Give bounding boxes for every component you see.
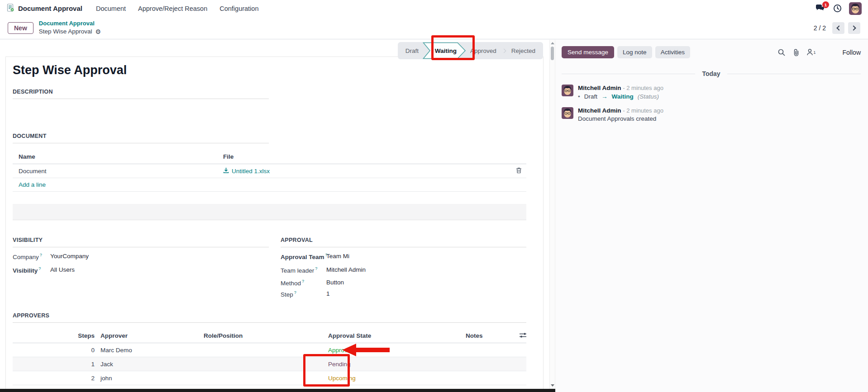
section-document: DOCUMENT <box>13 133 269 143</box>
approval-team-value[interactable]: Team Mi <box>326 253 349 260</box>
approver-cell: Jack <box>100 361 198 368</box>
menu-configuration[interactable]: Configuration <box>219 5 258 12</box>
download-icon[interactable] <box>223 167 229 175</box>
help-icon[interactable]: ? <box>38 266 41 271</box>
column-header-role[interactable]: Role/Position <box>204 332 322 339</box>
breadcrumb-current: Step Wise Approval <box>39 28 92 36</box>
new-button[interactable]: New <box>8 22 33 34</box>
scrollbar-thumb[interactable] <box>551 47 554 60</box>
send-message-button[interactable]: Send message <box>562 46 614 58</box>
app-switcher[interactable]: Document Approval <box>6 4 82 13</box>
user-avatar[interactable] <box>849 2 862 15</box>
message-timestamp: - 2 minutes ago <box>623 107 663 114</box>
approval-state-cell: Upcoming <box>328 375 460 382</box>
add-a-line-link[interactable]: Add a line <box>19 181 46 188</box>
menu-document[interactable]: Document <box>96 5 126 12</box>
company-value-link[interactable]: YourCompany <box>50 253 89 260</box>
chevron-left-icon <box>836 25 841 30</box>
message-author[interactable]: Mitchell Admin <box>578 107 621 114</box>
status-approved[interactable]: Approved <box>463 47 504 54</box>
vertical-scrollbar[interactable] <box>549 40 555 392</box>
status-draft[interactable]: Draft <box>398 47 426 54</box>
method-value[interactable]: Button <box>326 279 344 286</box>
approver-cell: john <box>100 375 198 382</box>
content-area: Draft Waiting Approved Rejected Step Wis… <box>0 40 868 392</box>
section-visibility: VISIBILITY <box>13 237 269 247</box>
optional-columns-icon[interactable] <box>513 333 526 338</box>
control-panel: New Document Approval Step Wise Approval… <box>0 17 868 39</box>
breadcrumb: Document Approval Step Wise Approval ⚙ <box>39 20 101 36</box>
step-label: Step? <box>281 290 326 298</box>
help-icon[interactable]: ? <box>315 266 317 271</box>
menu-approve-reject-reason[interactable]: Approve/Reject Reason <box>138 5 207 12</box>
column-header-approval-state[interactable]: Approval State <box>328 332 460 339</box>
help-icon[interactable]: ? <box>302 279 304 283</box>
document-approval-app-icon <box>6 4 14 13</box>
status-waiting-active[interactable]: Waiting <box>423 42 466 59</box>
visibility-value[interactable]: All Users <box>50 266 75 273</box>
attachments-paperclip-icon[interactable] <box>793 49 799 56</box>
section-approvers: APPROVERS <box>13 312 526 323</box>
chevron-right-icon <box>851 25 856 30</box>
help-icon[interactable]: ? <box>40 253 42 257</box>
bottom-dark-bar <box>0 389 555 392</box>
chatter-message: Mitchell Admin - 2 minutes ago • Draft →… <box>562 85 861 100</box>
column-header-approver[interactable]: Approver <box>100 332 198 339</box>
approver-cell: Marc Demo <box>100 347 198 354</box>
approval-state-cell: Pending <box>328 361 460 368</box>
approver-row[interactable]: 2 john Upcoming <box>13 371 526 385</box>
activities-clock-icon[interactable] <box>833 4 842 13</box>
tracking-from: Draft <box>584 93 597 100</box>
method-label: Method? <box>281 279 326 287</box>
pager-next-button[interactable] <box>848 22 860 34</box>
column-header-file[interactable]: File <box>223 153 504 160</box>
column-header-notes[interactable]: Notes <box>466 332 513 339</box>
app-name: Document Approval <box>18 5 82 12</box>
messages-icon[interactable]: 1 <box>815 4 826 13</box>
chatter-message: Mitchell Admin - 2 minutes ago Document … <box>562 107 861 122</box>
document-name-cell[interactable]: Document <box>13 168 223 175</box>
breadcrumb-parent-link[interactable]: Document Approval <box>39 20 101 28</box>
message-timestamp: - 2 minutes ago <box>623 85 663 91</box>
help-icon[interactable]: ? <box>294 290 296 295</box>
action-gear-icon[interactable]: ⚙ <box>95 28 101 36</box>
approvers-table: Steps Approver Role/Position Approval St… <box>13 328 526 385</box>
document-table-row[interactable]: Document Untitled 1.xlsx <box>13 164 526 178</box>
attachment-file-link[interactable]: Untitled 1.xlsx <box>232 168 270 175</box>
column-header-steps[interactable]: Steps <box>13 332 95 339</box>
team-leader-value-link[interactable]: Mitchell Admin <box>326 266 366 273</box>
scroll-up-arrow-icon[interactable] <box>551 42 554 44</box>
approver-row[interactable]: 1 Jack Pending <box>13 357 526 371</box>
record-pager-count: 2 / 2 <box>814 24 826 32</box>
status-rejected[interactable]: Rejected <box>504 47 543 54</box>
column-header-name[interactable]: Name <box>13 153 223 160</box>
document-table-header: Name File <box>13 150 526 164</box>
section-approval: APPROVAL <box>281 237 526 247</box>
team-leader-label: Team leader? <box>281 266 326 274</box>
message-author-avatar[interactable] <box>562 107 573 119</box>
statusbar: Draft Waiting Approved Rejected <box>398 42 543 59</box>
follow-button[interactable]: Follow <box>843 49 861 56</box>
company-label: Company? <box>13 253 50 260</box>
arrow-right-icon: → <box>601 93 608 100</box>
form-view: Draft Waiting Approved Rejected Step Wis… <box>0 40 549 392</box>
message-author[interactable]: Mitchell Admin <box>578 85 621 91</box>
pager-previous-button[interactable] <box>832 22 844 34</box>
activities-button[interactable]: Activities <box>655 46 690 58</box>
log-note-button[interactable]: Log note <box>617 46 652 58</box>
message-count-badge: 1 <box>822 1 829 8</box>
message-author-avatar[interactable] <box>562 85 573 96</box>
delete-row-trash-icon[interactable] <box>516 167 522 175</box>
record-title[interactable]: Step Wise Approval <box>13 63 127 77</box>
step-value[interactable]: 1 <box>326 290 330 297</box>
visibility-label: Visibility? <box>13 266 50 274</box>
follower-count: 1 <box>813 50 816 55</box>
steps-cell: 0 <box>13 347 95 354</box>
search-messages-icon[interactable] <box>778 49 785 56</box>
approver-row[interactable]: 0 Marc Demo Approved <box>13 343 526 357</box>
date-divider-label: Today <box>695 70 727 77</box>
chatter-panel: Send message Log note Activities 1 Follo… <box>555 40 868 392</box>
followers-icon[interactable]: 1 <box>807 49 816 56</box>
scroll-down-arrow-icon[interactable] <box>551 384 554 387</box>
approval-state-cell: Approved <box>328 347 460 354</box>
